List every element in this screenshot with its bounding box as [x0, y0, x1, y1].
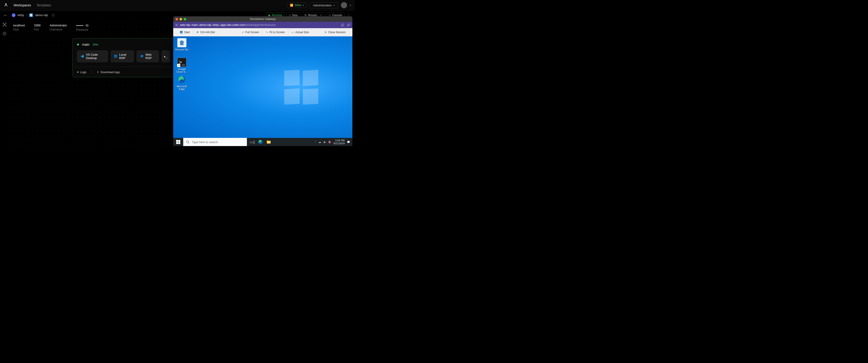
windows-icon: [114, 55, 117, 58]
cad-button[interactable]: ✲ Ctrl+Alt+Del: [193, 31, 218, 34]
windows-desktop[interactable]: 🗑 Recycle Bin >_↗ Google Cloud S... Micr…: [173, 36, 352, 138]
svg-rect-20: [180, 31, 181, 32]
tray-cloud-icon[interactable]: ☁: [318, 141, 321, 143]
local-rdp-button[interactable]: Local RDP: [111, 51, 134, 62]
close-session-button[interactable]: ✕ Close Session: [321, 31, 349, 34]
taskbar-clock[interactable]: 5:56 PM 8/21/2024: [334, 139, 345, 145]
status-dot-icon: [77, 44, 79, 45]
chevron-down-icon: ▾: [334, 4, 335, 7]
agent-latency: 2ms: [93, 43, 98, 46]
actual-size-button[interactable]: ▭ Actual Size: [288, 31, 312, 34]
agent-name: main: [82, 42, 90, 46]
separator: [91, 70, 92, 74]
host-value: localhost: [13, 24, 25, 27]
taskbar-search[interactable]: Type here to search: [183, 138, 247, 146]
clipboard-icon[interactable]: [341, 23, 344, 27]
svg-rect-28: [267, 140, 269, 141]
monitor-icon: [140, 55, 144, 58]
svg-rect-17: [141, 55, 143, 57]
taskbar-start-button[interactable]: [173, 138, 183, 146]
windows-logo-icon: [284, 70, 318, 104]
admin-label: Administration: [313, 4, 332, 7]
svg-rect-3: [30, 15, 31, 16]
nav-workspaces[interactable]: Workspaces: [13, 3, 31, 7]
monitor-icon: ▭: [291, 31, 294, 34]
minimize-traffic-icon[interactable]: [180, 18, 182, 21]
taskbar-explorer-icon[interactable]: [266, 139, 272, 145]
svg-rect-2: [31, 14, 32, 15]
vscode-button[interactable]: VS Code Desktop: [77, 51, 108, 62]
svg-rect-15: [114, 56, 116, 58]
fullscreen-traffic-icon[interactable]: [184, 18, 186, 21]
logs-toggle[interactable]: ▾ Logs: [77, 70, 86, 74]
tray-chevron-icon[interactable]: ˄: [315, 141, 316, 143]
user-avatar[interactable]: [341, 2, 347, 8]
taskbar-edge-icon[interactable]: [257, 139, 264, 145]
fullscreen-button[interactable]: ⤢ Full Screen: [239, 31, 262, 34]
terminal-icon: >_↗: [177, 58, 186, 67]
port-value: 3389: [34, 24, 40, 27]
gear-icon: ✲: [196, 31, 199, 34]
close-traffic-icon[interactable]: [176, 18, 178, 21]
history-icon[interactable]: [52, 13, 55, 17]
vscode-icon: [81, 55, 84, 58]
svg-rect-4: [31, 15, 32, 16]
web-rdp-button[interactable]: Web RDP: [136, 51, 159, 62]
breadcrumb-sep: /: [26, 13, 27, 17]
more-app-button[interactable]: ▸_: [162, 51, 170, 62]
notifications-icon[interactable]: 💬: [347, 141, 350, 143]
taskview-icon[interactable]: ▭▯: [249, 139, 255, 145]
username-value: Administrator: [50, 24, 67, 27]
password-label: Password: [76, 28, 89, 31]
fit-icon: ⤡: [266, 31, 268, 34]
url-host: web-rdp--main--demo-rdp--kirby--apps.dev…: [180, 23, 245, 27]
admin-menu[interactable]: Administration ▾: [310, 2, 338, 8]
desktop-icon-google-cloud[interactable]: >_↗ Google Cloud S...: [175, 58, 189, 73]
svg-point-9: [3, 26, 4, 26]
chevron-down-icon: ▾: [320, 14, 322, 16]
svg-point-10: [6, 26, 6, 26]
chevron-down-icon: ▾: [303, 4, 304, 7]
port-label: Port: [34, 28, 40, 31]
svg-rect-19: [342, 24, 343, 26]
shortcut-badge-icon: ↗: [177, 64, 180, 67]
tray-network-icon[interactable]: 🖧: [323, 141, 326, 143]
owner-avatar-icon: [12, 13, 16, 17]
logo-icon[interactable]: [4, 3, 8, 7]
desktop-icon-recycle-bin[interactable]: 🗑 Recycle Bin: [175, 38, 189, 51]
breadcrumb-workspace[interactable]: demo-rdp: [35, 13, 48, 17]
username-label: Username: [50, 28, 67, 31]
rdp-window: Devolutions Gateway ⇆ web-rdp--main--dem…: [173, 16, 352, 146]
download-icon: ⇩: [97, 70, 99, 74]
svg-rect-16: [116, 56, 117, 58]
breadcrumb-owner[interactable]: kirby: [18, 13, 24, 17]
edge-icon: [177, 75, 186, 84]
history-icon[interactable]: [2, 31, 7, 36]
agent-card: main 2ms VS Code Desktop Local RDP Web: [72, 38, 175, 77]
link-icon[interactable]: [347, 23, 350, 27]
chevron-down-icon[interactable]: ▾: [350, 4, 351, 7]
fit-button[interactable]: ⤡ Fit to Screen: [262, 31, 288, 34]
windows-icon: [180, 31, 183, 34]
close-icon: ✕: [324, 31, 327, 34]
svg-rect-18: [142, 57, 142, 58]
network-icon[interactable]: [2, 22, 7, 27]
host-label: Host: [13, 28, 25, 31]
latency-indicator[interactable]: 📶 33ms ▾: [287, 2, 307, 8]
eye-icon[interactable]: [85, 24, 89, 27]
nav-templates[interactable]: Templates: [37, 3, 51, 7]
start-button[interactable]: Start: [177, 31, 193, 34]
expand-icon: ⤢: [242, 31, 244, 34]
back-button[interactable]: ←: [4, 13, 7, 17]
download-logs-button[interactable]: ⇩ Download logs: [97, 70, 120, 74]
windows-icon: [29, 13, 33, 17]
tray-volume-icon[interactable]: 🔇: [328, 141, 331, 143]
desktop-icon-edge[interactable]: Microsoft Edge: [175, 75, 189, 90]
recycle-bin-icon: 🗑: [177, 38, 186, 47]
svg-point-0: [5, 4, 7, 5]
terminal-icon: ▸_: [164, 55, 167, 58]
svg-point-8: [6, 23, 6, 24]
password-value: •••••••: [76, 24, 84, 27]
search-placeholder: Type here to search: [192, 140, 218, 144]
svg-rect-1: [30, 14, 31, 15]
